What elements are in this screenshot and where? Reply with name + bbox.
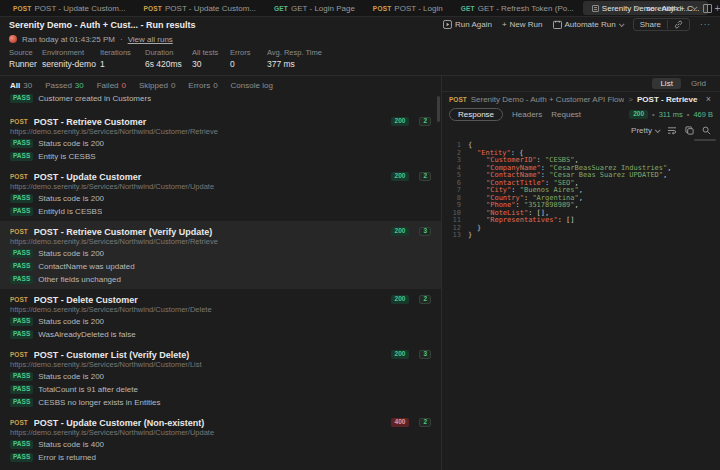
filter-skipped[interactable]: Skipped0	[139, 81, 175, 90]
filter-failed[interactable]: Failed0	[97, 81, 126, 90]
filter-count: 0	[122, 81, 126, 90]
tab[interactable]: POSTPOST - Update Custom...	[135, 0, 266, 16]
stat-errors: Errors0	[230, 48, 267, 69]
scrollbar[interactable]	[437, 96, 440, 122]
test-text: Status code is 200	[38, 249, 104, 258]
request-name: POST - Retrieve Customer	[34, 117, 385, 127]
scrollbar[interactable]	[694, 139, 716, 141]
request-head: POSTPOST - Retrieve Customer2002	[10, 116, 431, 127]
test-row: PASSEntityId is CESBS	[10, 205, 431, 218]
tab-label: POST - Update Custom...	[35, 4, 126, 13]
pass-badge: PASS	[10, 372, 33, 381]
tab-label: GET - Login Page	[291, 4, 355, 13]
run-timestamp: Ran today at 01:43:25 PM	[22, 35, 115, 44]
new-run-button[interactable]: + New Run	[502, 20, 543, 29]
runner-status-icon	[9, 35, 17, 43]
code-line: 11"Representatives": []	[448, 217, 714, 225]
tab-request[interactable]: Request	[551, 110, 581, 119]
test-row: PASSStatus code is 200	[10, 315, 431, 328]
request-item[interactable]: POSTPOST - Delete Customer2002https://de…	[0, 289, 441, 344]
tab-response[interactable]: Response	[449, 108, 503, 121]
stat-source: SourceRunner	[9, 48, 42, 69]
stat-label: Source	[9, 48, 42, 57]
list-view-button[interactable]: List	[652, 78, 680, 89]
status-badge: 200	[391, 295, 410, 304]
more-options-button[interactable]: ···	[700, 20, 711, 29]
breadcrumb-collection[interactable]: Serenity Demo - Auth + Customer API Flow	[471, 95, 625, 104]
json-punct: }	[468, 231, 472, 239]
body-toolbar: Pretty	[442, 123, 720, 138]
method-label: POST	[373, 5, 392, 12]
filter-passed[interactable]: Passed30	[45, 81, 84, 90]
filter-errors[interactable]: Errors0	[188, 81, 217, 90]
request-list: PASS Customer created in Customers POSTP…	[0, 94, 441, 470]
status-badge: 200	[391, 350, 410, 359]
json-punct: ,	[667, 164, 671, 172]
tab-label: POST - Update Custom...	[165, 4, 256, 13]
stat-environment: Environmentserenity-demo	[42, 48, 100, 69]
pass-badge: PASS	[10, 249, 33, 258]
request-head: POSTPOST - Retrieve Customer (Verify Upd…	[10, 226, 431, 237]
share-group: Share	[633, 18, 690, 31]
request-name: POST - Delete Customer	[34, 295, 385, 305]
grid-view-button[interactable]: Grid	[683, 78, 714, 89]
filter-all[interactable]: All30	[10, 81, 32, 90]
close-icon[interactable]: ×	[704, 94, 713, 104]
filter-label: Failed	[97, 81, 119, 90]
request-head: POSTPOST - Update Customer (Non-existent…	[10, 417, 431, 428]
window-tab-bar: POSTPOST - Update Custom...POSTPOST - Up…	[0, 0, 720, 17]
environment-selector[interactable]: serenity-d...	[646, 4, 696, 13]
layout-icon[interactable]	[703, 4, 712, 13]
request-url: https://demo.serenity.is/Services/Northw…	[10, 360, 431, 370]
tab[interactable]: POSTPOST - Update Custom...	[4, 0, 135, 16]
tab[interactable]: GETGET - Login Page	[265, 0, 364, 16]
request-item[interactable]: POSTPOST - Retrieve Customer2002https://…	[0, 111, 441, 166]
request-item[interactable]: POSTPOST - Customer List (Verify Delete)…	[0, 344, 441, 412]
wrap-text-icon[interactable]	[667, 126, 677, 135]
response-tabs: ResponseHeadersRequest 200 • 311 ms • 46…	[442, 106, 720, 123]
pretty-dropdown[interactable]: Pretty	[631, 126, 659, 135]
code-content: }	[468, 232, 472, 240]
stat-value: Runner	[9, 59, 42, 69]
tab-label: POST - Login	[394, 4, 442, 13]
run-header: Serenity Demo - Auth + Cust... - Run res…	[0, 17, 720, 32]
run-again-button[interactable]: Run Again	[443, 20, 492, 29]
stat-label: All tests	[192, 48, 230, 57]
test-count-badge: 2	[419, 172, 431, 181]
plus-icon: +	[502, 20, 507, 29]
test-count-badge: 3	[419, 227, 431, 236]
header-actions: Run Again + New Run Automate Run Share ·…	[443, 18, 711, 31]
test-count-badge: 2	[419, 117, 431, 126]
copy-icon[interactable]	[685, 126, 694, 135]
request-url: https://demo.serenity.is/Services/Northw…	[10, 428, 431, 438]
view-all-runs-link[interactable]: View all runs	[128, 35, 173, 44]
filter-console-log[interactable]: Console log	[231, 81, 273, 90]
test-text: Status code is 200	[38, 194, 104, 203]
content-panels: All30Passed30Failed0Skipped0Errors0Conso…	[0, 75, 720, 470]
automate-run-button[interactable]: Automate Run	[553, 20, 623, 29]
breadcrumb-current: POST - Retrieve Customer (Verify Update)	[637, 95, 700, 104]
view-toggle: List Grid	[442, 76, 720, 92]
method-label: POST	[449, 96, 467, 103]
chevron-down-icon[interactable]	[635, 4, 641, 10]
search-icon[interactable]	[702, 126, 711, 135]
tab[interactable]: POSTPOST - Login	[364, 0, 452, 16]
tab-headers[interactable]: Headers	[512, 110, 542, 119]
pass-badge: PASS	[10, 262, 33, 271]
test-text: TotalCount is 91 after delete	[38, 385, 138, 394]
request-item[interactable]: POSTPOST - Retrieve Customer (Verify Upd…	[0, 221, 441, 289]
stat-label: Iterations	[100, 48, 145, 57]
response-panel: List Grid POST Serenity Demo - Auth + Cu…	[442, 76, 720, 470]
status-badge: 200	[391, 172, 410, 181]
test-row: PASSEntity is CESBS	[10, 150, 431, 163]
copy-link-button[interactable]	[667, 20, 689, 29]
tab[interactable]: GETGET - Refresh Token (Po...	[452, 0, 583, 16]
share-button[interactable]: Share	[634, 20, 667, 29]
request-item[interactable]: POSTPOST - Update Customer2002https://de…	[0, 166, 441, 221]
request-head: POSTPOST - Customer List (Verify Delete)…	[10, 349, 431, 360]
method-label: POST	[144, 5, 163, 12]
request-item[interactable]: POSTPOST - Update Customer (Non-existent…	[0, 412, 441, 467]
code-line: 12}	[448, 225, 714, 233]
response-body[interactable]: 1{2"Entity": {3"CustomerID": "CESBS",4"C…	[442, 138, 720, 470]
filter-label: Console log	[231, 81, 273, 90]
